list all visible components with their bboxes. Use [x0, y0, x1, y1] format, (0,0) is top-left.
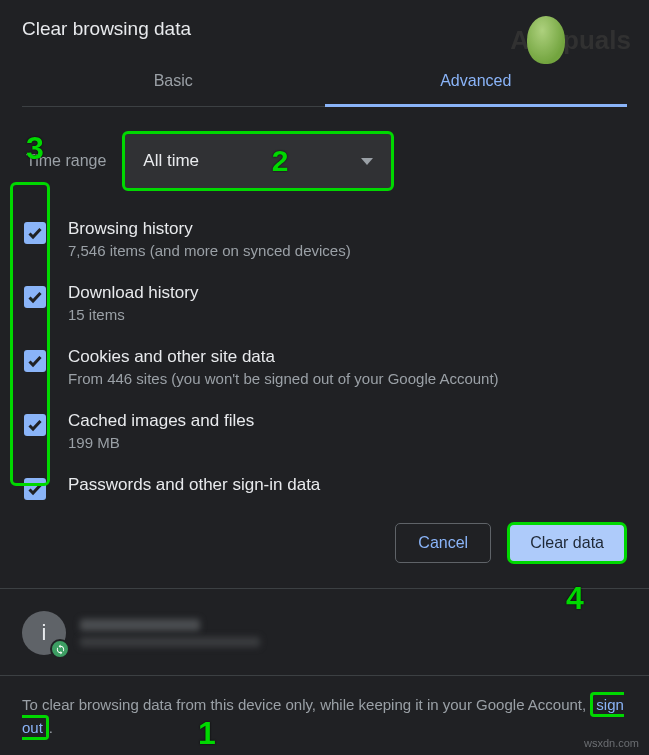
sync-icon: [50, 639, 70, 659]
pea-icon: [527, 16, 565, 64]
hint-pre: To clear browsing data from this device …: [22, 696, 590, 713]
tabs-container: Basic Advanced: [22, 60, 627, 107]
dialog-footer: Cancel Clear data: [0, 504, 649, 589]
option-desc: 15 items: [68, 306, 198, 323]
option-title: Passwords and other sign-in data: [68, 475, 320, 495]
avatar: i: [22, 611, 66, 655]
logo-text-right: puals: [563, 25, 631, 56]
checkbox-browsing[interactable]: [24, 222, 46, 244]
option-title: Browsing history: [68, 219, 351, 239]
option-title: Cookies and other site data: [68, 347, 499, 367]
option-passwords[interactable]: Passwords and other sign-in data: [24, 475, 627, 500]
timerange-select[interactable]: All time 2: [122, 131, 394, 191]
option-title: Download history: [68, 283, 198, 303]
profile-info-redacted: [80, 619, 260, 647]
tab-basic[interactable]: Basic: [22, 60, 325, 106]
checkbox-cookies[interactable]: [24, 350, 46, 372]
option-cache[interactable]: Cached images and files 199 MB: [24, 411, 627, 451]
options-list: Browsing history 7,546 items (and more o…: [22, 219, 627, 500]
option-desc: From 446 sites (you won't be signed out …: [68, 370, 499, 387]
option-download-history[interactable]: Download history 15 items: [24, 283, 627, 323]
avatar-initial: i: [42, 620, 47, 646]
option-browsing-history[interactable]: Browsing history 7,546 items (and more o…: [24, 219, 627, 259]
checkbox-cache[interactable]: [24, 414, 46, 436]
clear-data-button[interactable]: Clear data: [507, 522, 627, 564]
hint-post: .: [49, 719, 53, 736]
option-title: Cached images and files: [68, 411, 254, 431]
timerange-label: Time range: [22, 152, 106, 170]
checkbox-passwords[interactable]: [24, 478, 46, 500]
bottom-hint: To clear browsing data from this device …: [0, 676, 649, 755]
chevron-down-icon: [361, 158, 373, 165]
checkbox-download[interactable]: [24, 286, 46, 308]
timerange-value: All time: [143, 151, 199, 171]
option-cookies[interactable]: Cookies and other site data From 446 sit…: [24, 347, 627, 387]
profile-row: i: [0, 589, 649, 676]
option-desc: 7,546 items (and more on synced devices): [68, 242, 351, 259]
appuals-logo: A puals: [510, 16, 631, 64]
tab-advanced[interactable]: Advanced: [325, 60, 628, 106]
cancel-button[interactable]: Cancel: [395, 523, 491, 563]
watermark: wsxdn.com: [584, 737, 639, 749]
option-desc: 199 MB: [68, 434, 254, 451]
annotation-2: 2: [272, 144, 289, 178]
